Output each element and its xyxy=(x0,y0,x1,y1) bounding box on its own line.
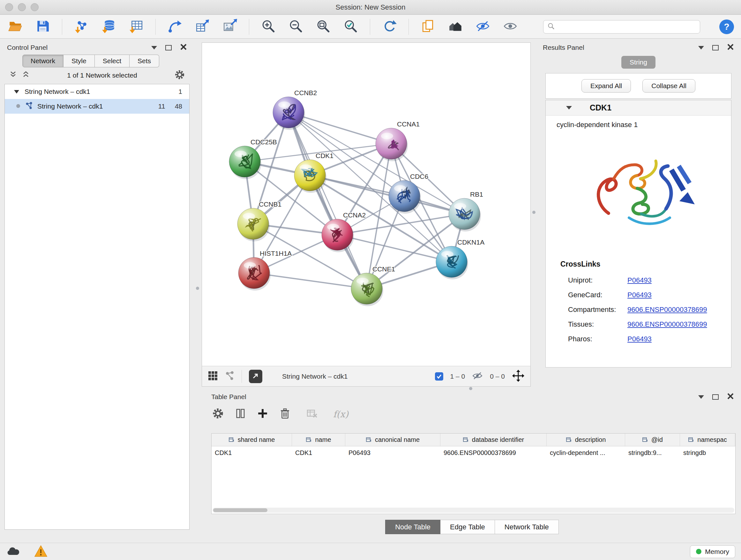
crosslink-link-uniprot[interactable]: P06493 xyxy=(627,276,652,285)
results-panel-float-icon[interactable] xyxy=(712,45,719,51)
network-node-HIST1H1A[interactable]: HIST1H1A xyxy=(239,250,292,291)
crosslink-link-compartments[interactable]: 9606.ENSP00000378699 xyxy=(627,306,707,314)
collection-expand-arrow-icon[interactable] xyxy=(14,88,19,96)
new-network-from-selection-button[interactable] xyxy=(166,18,183,35)
control-panel-float-icon[interactable] xyxy=(165,45,172,51)
delete-table-icon-disabled[interactable] xyxy=(306,408,318,421)
hidden-items-eye-slash-icon[interactable] xyxy=(472,370,483,382)
table-panel-float-icon[interactable] xyxy=(712,394,719,400)
tab-sets[interactable]: Sets xyxy=(130,55,159,67)
bottom-splitter-handle[interactable] xyxy=(469,387,472,390)
network-edge[interactable] xyxy=(288,112,367,289)
export-image-button[interactable] xyxy=(221,18,238,35)
right-splitter-handle[interactable] xyxy=(532,211,536,214)
clone-network-button[interactable] xyxy=(420,18,436,35)
help-button[interactable]: ? xyxy=(719,19,734,34)
tab-network-table[interactable]: Network Table xyxy=(495,520,559,534)
network-view-title: String Network – cdk1 xyxy=(282,373,347,380)
table-options-gear-icon[interactable] xyxy=(212,408,224,421)
save-session-button[interactable] xyxy=(35,18,51,35)
protein-section-header[interactable]: CDK1 xyxy=(546,100,731,116)
delete-column-trash-icon[interactable] xyxy=(279,408,291,421)
results-tab-string[interactable]: String xyxy=(621,56,656,69)
network-node-CCNB2[interactable]: CCNB2 xyxy=(273,89,317,130)
column-header-id[interactable]: @id xyxy=(625,434,680,446)
hide-graphics-button[interactable] xyxy=(475,18,491,35)
column-header-database-identifier[interactable]: database identifier xyxy=(441,434,547,446)
share-network-icon[interactable] xyxy=(225,371,234,382)
cell-shared-name[interactable]: CDK1 xyxy=(212,446,292,459)
node-sphere[interactable] xyxy=(376,128,407,159)
search-input[interactable] xyxy=(558,23,696,30)
network-row[interactable]: String Network – cdk1 11 48 xyxy=(5,99,189,114)
cloud-sync-icon[interactable] xyxy=(6,545,20,559)
expand-all-button[interactable]: Expand All xyxy=(582,79,631,92)
cell-canonical-name[interactable]: P06493 xyxy=(345,446,441,459)
window-zoom-button[interactable] xyxy=(30,3,39,11)
cell-id[interactable]: stringdb:9... xyxy=(625,446,680,459)
create-column-plus-icon[interactable] xyxy=(257,408,269,421)
memory-button[interactable]: Memory xyxy=(690,545,735,558)
tab-node-table[interactable]: Node Table xyxy=(385,520,441,534)
control-panel-close-icon[interactable] xyxy=(180,44,187,52)
network-canvas[interactable]: CCNB2CCNA1CDC25BCDK1CDC6RB1CCNB1CCNA2CDK… xyxy=(202,43,530,366)
crosslink-link-genecard[interactable]: P06493 xyxy=(627,291,652,299)
column-header-canonical-name[interactable]: canonical name xyxy=(345,434,441,446)
tab-network[interactable]: Network xyxy=(22,55,64,67)
tab-style[interactable]: Style xyxy=(64,55,95,67)
network-options-gear-icon[interactable] xyxy=(174,69,185,82)
import-network-database-button[interactable] xyxy=(100,18,117,35)
protein-collapse-arrow-icon[interactable] xyxy=(566,106,572,110)
show-graphics-button[interactable] xyxy=(502,18,519,35)
home-view-button[interactable] xyxy=(447,18,464,35)
tab-select[interactable]: Select xyxy=(95,55,130,67)
network-node-RB1[interactable]: RB1 xyxy=(449,191,483,232)
window-minimize-button[interactable] xyxy=(18,3,26,11)
zoom-fit-button[interactable] xyxy=(315,18,332,35)
zoom-selected-button[interactable] xyxy=(342,18,359,35)
network-edge[interactable] xyxy=(310,175,464,214)
table-horizontal-scrollbar[interactable] xyxy=(212,508,734,513)
function-builder-icon[interactable]: f(x) xyxy=(333,409,348,420)
crosslink-link-pharos[interactable]: P06493 xyxy=(627,335,652,343)
show-columns-icon[interactable] xyxy=(234,408,246,421)
results-panel-menu-icon[interactable] xyxy=(698,46,704,50)
crosslink-link-tissues[interactable]: 9606.ENSP00000378699 xyxy=(627,320,707,328)
import-network-file-icon xyxy=(74,19,89,35)
zoom-out-button[interactable] xyxy=(287,18,304,35)
collapse-all-button[interactable]: Collapse All xyxy=(643,79,695,92)
network-node-CCNA1[interactable]: CCNA1 xyxy=(376,120,420,161)
window-close-button[interactable] xyxy=(5,3,13,11)
collapse-all-networks-icon[interactable] xyxy=(9,71,17,80)
column-header-namespace[interactable]: namespac xyxy=(680,434,735,446)
expand-all-networks-icon[interactable] xyxy=(22,71,30,80)
column-header-shared-name[interactable]: shared name xyxy=(212,434,292,446)
tab-edge-table[interactable]: Edge Table xyxy=(441,520,495,534)
results-panel-close-icon[interactable] xyxy=(727,44,734,52)
column-header-description[interactable]: description xyxy=(547,434,625,446)
table-panel-close-icon[interactable] xyxy=(727,393,734,401)
open-session-button[interactable] xyxy=(7,18,23,35)
pan-move-icon[interactable] xyxy=(512,369,525,383)
export-table-button[interactable] xyxy=(194,18,211,35)
network-node-CCNA2[interactable]: CCNA2 xyxy=(322,211,366,252)
network-collection-row[interactable]: String Network – cdk1 1 xyxy=(5,84,189,99)
network-edge[interactable] xyxy=(254,273,367,289)
cell-description[interactable]: cyclin-dependent ... xyxy=(547,446,625,459)
zoom-in-button[interactable] xyxy=(260,18,277,35)
import-network-file-button[interactable] xyxy=(73,18,90,35)
table-panel-menu-icon[interactable] xyxy=(698,395,704,399)
table-scrollbar-thumb[interactable] xyxy=(213,508,267,512)
apply-layout-button[interactable] xyxy=(381,18,398,35)
selected-items-checkbox[interactable] xyxy=(435,372,443,381)
control-panel-menu-icon[interactable] xyxy=(151,46,157,50)
warning-icon[interactable] xyxy=(34,545,48,559)
grid-view-icon[interactable] xyxy=(208,371,218,382)
column-header-name[interactable]: name xyxy=(292,434,345,446)
cell-name[interactable]: CDK1 xyxy=(292,446,345,459)
cell-namespace[interactable]: stringdb xyxy=(680,446,735,459)
left-splitter-handle[interactable] xyxy=(196,287,199,290)
import-table-button[interactable] xyxy=(128,18,145,35)
open-view-in-window-button[interactable] xyxy=(249,370,262,383)
cell-database-identifier[interactable]: 9606.ENSP00000378699 xyxy=(441,446,547,459)
